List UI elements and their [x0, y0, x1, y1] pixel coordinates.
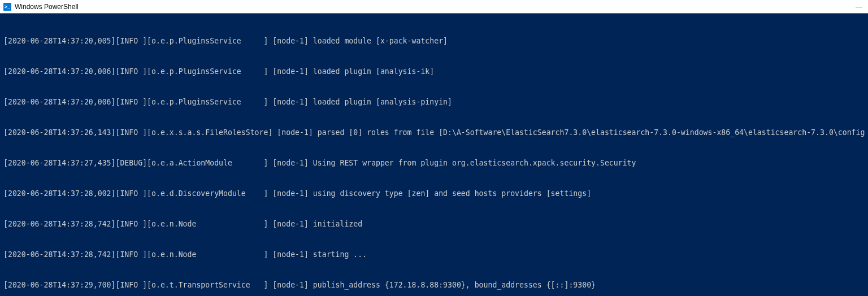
- powershell-icon: >_: [3, 3, 11, 11]
- log-line: [2020-06-28T14:37:28,742][INFO ][o.e.n.N…: [3, 219, 865, 229]
- titlebar-controls: —: [856, 3, 865, 11]
- log-line: [2020-06-28T14:37:20,006][INFO ][o.e.p.P…: [3, 67, 865, 77]
- log-line: [2020-06-28T14:37:27,435][DEBUG][o.e.a.A…: [3, 158, 865, 168]
- log-line: [2020-06-28T14:37:29,700][INFO ][o.e.t.T…: [3, 280, 865, 290]
- terminal-output[interactable]: [2020-06-28T14:37:20,005][INFO ][o.e.p.P…: [0, 14, 868, 296]
- log-line: [2020-06-28T14:37:28,002][INFO ][o.e.d.D…: [3, 189, 865, 199]
- log-line: [2020-06-28T14:37:28,742][INFO ][o.e.n.N…: [3, 250, 865, 260]
- log-line: [2020-06-28T14:37:20,006][INFO ][o.e.p.P…: [3, 97, 865, 107]
- window-title: Windows PowerShell: [15, 3, 79, 11]
- titlebar-left: >_ Windows PowerShell: [3, 3, 79, 11]
- window-titlebar: >_ Windows PowerShell —: [0, 0, 868, 14]
- log-line: [2020-06-28T14:37:26,143][INFO ][o.e.x.s…: [3, 128, 865, 138]
- log-line: [2020-06-28T14:37:20,005][INFO ][o.e.p.P…: [3, 36, 865, 46]
- minimize-button[interactable]: —: [856, 3, 862, 11]
